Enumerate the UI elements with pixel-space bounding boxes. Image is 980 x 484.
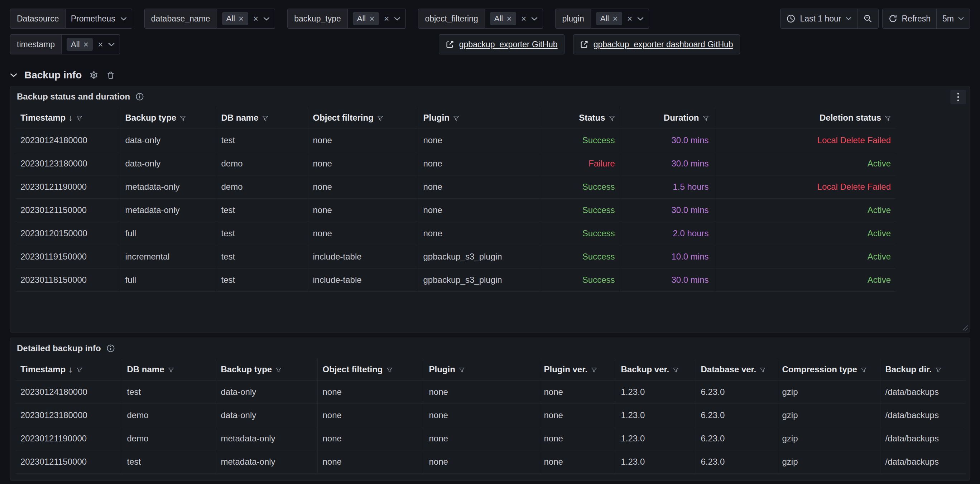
filter-icon[interactable] [935, 367, 941, 373]
clear-filter-icon[interactable]: × [521, 14, 527, 23]
collapse-chevron-icon[interactable] [10, 73, 17, 77]
cell-backup-type: metadata-only [120, 198, 216, 222]
info-icon[interactable] [135, 92, 144, 101]
clear-filter-icon[interactable]: × [384, 14, 389, 23]
filter-chip[interactable]: All× [353, 12, 379, 25]
cell-object-filteting: none [317, 380, 424, 403]
sort-desc-icon[interactable]: ↓ [68, 113, 73, 122]
table-row: 20230121150000metadata-onlytestnonenoneS… [15, 198, 896, 222]
filter-value-box[interactable]: All× × [485, 9, 543, 29]
column-header-object-filtering[interactable]: Object filtering [308, 107, 418, 129]
cell-timestamp: 20230124180000 [15, 380, 122, 403]
column-header-backup-ver[interactable]: Backup ver. [616, 359, 695, 380]
refresh-button[interactable]: Refresh [883, 9, 937, 28]
time-range-button[interactable]: Last 1 hour [781, 9, 857, 28]
filter-object-filtering: object_filtering All× × [418, 9, 543, 29]
column-header-object-filteting[interactable]: Object filteting [317, 359, 424, 380]
filter-icon[interactable] [459, 367, 465, 373]
column-header-db-name[interactable]: DB name [216, 107, 308, 129]
filter-icon[interactable] [453, 116, 459, 121]
filter-value-box[interactable]: All× × [217, 9, 275, 29]
info-icon[interactable] [106, 344, 115, 353]
column-header-backup-type[interactable]: Backup type [120, 107, 216, 129]
filter-icon[interactable] [377, 116, 383, 121]
link-gpbackup-exporter-github[interactable]: gpbackup_exporter GitHub [439, 34, 565, 54]
time-controls: Last 1 hour Refresh 5m [780, 9, 970, 29]
section-title[interactable]: Backup info [24, 70, 82, 81]
cell-backup-dir: /data/backups [880, 403, 965, 427]
filter-chip[interactable]: All× [222, 12, 248, 25]
filter-chip[interactable]: All× [490, 12, 516, 25]
chevron-down-icon[interactable] [263, 17, 270, 21]
filter-icon[interactable] [861, 367, 867, 373]
sort-desc-icon[interactable]: ↓ [68, 365, 73, 374]
chevron-down-icon[interactable] [394, 17, 401, 21]
column-header-timestamp[interactable]: Timestamp↓ [15, 107, 120, 129]
chip-remove-icon[interactable]: × [369, 14, 375, 23]
filter-chip[interactable]: All× [596, 12, 622, 25]
filter-icon[interactable] [703, 116, 709, 121]
cell-deletion-status: Active [714, 268, 896, 291]
filter-icon[interactable] [180, 116, 186, 121]
filter-icon[interactable] [76, 367, 83, 373]
cell-plugin-ver: none [539, 427, 616, 450]
chevron-down-icon[interactable] [531, 17, 538, 21]
filter-chip[interactable]: All× [67, 38, 93, 51]
link-gpbackup-exporter-dashboard-github[interactable]: gpbackup_exporter dashboard GitHub [573, 34, 740, 54]
filter-value-box[interactable]: All× × [62, 34, 120, 54]
panel-resize-handle[interactable] [960, 323, 968, 331]
filter-value-box[interactable]: All× × [348, 9, 406, 29]
gear-icon[interactable] [89, 70, 99, 80]
column-header-status[interactable]: Status [540, 107, 620, 129]
filter-icon[interactable] [885, 116, 891, 121]
cell-db-name: test [216, 245, 308, 268]
datasource-select[interactable]: Prometheus [66, 9, 132, 29]
cell-status: Success [540, 222, 620, 245]
panel-menu-kebab-icon[interactable] [950, 90, 966, 104]
panel-title[interactable]: Backup status and duration [17, 92, 130, 102]
column-header-deletion-status[interactable]: Deletion status [714, 107, 896, 129]
clear-filter-icon[interactable]: × [627, 14, 633, 23]
clear-filter-icon[interactable]: × [98, 40, 103, 49]
column-header-timestamp[interactable]: Timestamp↓ [15, 359, 122, 380]
filter-icon[interactable] [275, 367, 282, 373]
column-header-db-name[interactable]: DB name [122, 359, 216, 380]
filter-icon[interactable] [760, 367, 766, 373]
cell-database-ver: 6.23.0 [695, 403, 777, 427]
clear-filter-icon[interactable]: × [253, 14, 259, 23]
chevron-down-icon[interactable] [108, 43, 115, 46]
column-header-backup-type[interactable]: Backup type [216, 359, 317, 380]
column-header-duration[interactable]: Duration [620, 107, 714, 129]
filter-icon[interactable] [262, 116, 268, 121]
filter-icon[interactable] [609, 116, 615, 121]
filter-icon[interactable] [673, 367, 679, 373]
cell-deletion-status: Local Delete Failed [714, 129, 896, 152]
panel-title[interactable]: Detailed backup info [17, 343, 101, 353]
column-header-plugin[interactable]: Plugin [418, 107, 540, 129]
refresh-interval-button[interactable]: 5m [936, 9, 970, 28]
column-header-compression-type[interactable]: Compression type [777, 359, 880, 380]
chip-remove-icon[interactable]: × [83, 40, 89, 49]
cell-object-filteting: none [317, 427, 424, 450]
chip-remove-icon[interactable]: × [612, 14, 618, 23]
trash-icon[interactable] [106, 70, 115, 80]
zoom-out-button[interactable] [857, 9, 878, 28]
column-header-plugin-ver[interactable]: Plugin ver. [539, 359, 616, 380]
cell-backup-ver: 1.23.0 [616, 380, 695, 403]
column-header-backup-dir[interactable]: Backup dir. [880, 359, 965, 380]
time-range-label: Last 1 hour [800, 14, 841, 24]
chevron-down-icon[interactable] [637, 17, 644, 21]
filter-value-box[interactable]: All× × [591, 9, 649, 29]
cell-object-filtering: include-table [308, 245, 418, 268]
column-header-plugin[interactable]: Plugin [424, 359, 539, 380]
column-label: Backup dir. [885, 365, 932, 374]
filter-icon[interactable] [591, 367, 597, 373]
filter-icon[interactable] [76, 116, 83, 121]
external-link-icon [580, 40, 589, 49]
chip-remove-icon[interactable]: × [239, 14, 244, 23]
column-header-database-ver[interactable]: Database ver. [695, 359, 777, 380]
chip-remove-icon[interactable]: × [506, 14, 512, 23]
filter-icon[interactable] [168, 367, 174, 373]
column-label: Compression type [782, 365, 857, 374]
filter-icon[interactable] [387, 367, 393, 373]
